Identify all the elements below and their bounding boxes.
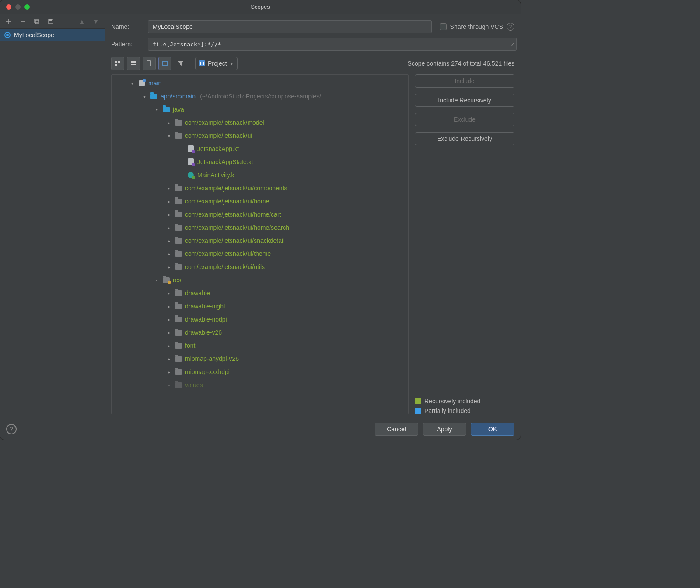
share-vcs-checkbox[interactable] — [440, 23, 447, 30]
tree-row[interactable]: ▸font — [112, 339, 408, 352]
show-as-packages-button[interactable] — [111, 57, 124, 70]
tree-twisty[interactable]: ▾ — [154, 107, 160, 112]
tree-row[interactable]: ▸drawable-night — [112, 300, 408, 313]
tree-twisty[interactable]: ▸ — [166, 225, 172, 230]
tree-twisty[interactable]: ▸ — [166, 317, 172, 322]
folder-icon — [175, 329, 182, 336]
tree-row[interactable]: ▾com/example/jetsnack/ui — [112, 129, 408, 142]
tree-row[interactable]: ▾values — [112, 378, 408, 392]
tree-twisty[interactable]: ▸ — [166, 212, 172, 217]
pattern-input[interactable] — [148, 38, 517, 51]
tree-twisty[interactable]: ▸ — [166, 291, 172, 296]
tree-label: com/example/jetsnack/ui/home — [185, 198, 269, 205]
tree-label: drawable-v26 — [185, 329, 222, 336]
tree-label: font — [185, 342, 195, 349]
kotlin-file-icon — [187, 158, 195, 165]
filter-button[interactable] — [174, 57, 187, 70]
titlebar[interactable]: Scopes — [0, 0, 521, 14]
tree-label: com/example/jetsnack/ui/home/search — [185, 224, 289, 231]
help-icon[interactable]: ? — [507, 23, 514, 31]
scopes-sidebar: ▲ ▼ MyLocalScope — [0, 14, 105, 418]
activity-file-icon — [187, 172, 195, 178]
svg-rect-3 — [49, 19, 52, 21]
tree-row[interactable]: JetsnackAppState.kt — [112, 155, 408, 168]
tree-label: app/src/main — [161, 93, 196, 100]
tree-twisty[interactable]: ▸ — [166, 199, 172, 204]
tree-label: drawable-night — [185, 303, 225, 310]
legend-partial-label: Partially included — [424, 407, 471, 414]
tree-row[interactable]: ▸com/example/jetsnack/ui/home — [112, 195, 408, 208]
tree-twisty[interactable]: ▸ — [166, 330, 172, 335]
tree-row[interactable]: ▾res — [112, 273, 408, 287]
show-files-button[interactable] — [143, 57, 156, 70]
tree-row[interactable]: ▸drawable — [112, 287, 408, 300]
tree-row[interactable]: ▸mipmap-xxxhdpi — [112, 365, 408, 378]
tree-row[interactable]: ▸com/example/jetsnack/model — [112, 116, 408, 129]
tree-twisty[interactable]: ▾ — [166, 133, 172, 138]
exclude-recursively-button[interactable]: Exclude Recursively — [415, 132, 514, 145]
tree-twisty[interactable]: ▸ — [166, 186, 172, 191]
tree-twisty[interactable]: ▾ — [129, 81, 135, 86]
view-selector-combo[interactable]: Project ▼ — [195, 57, 238, 70]
tree-row[interactable]: ▸drawable-v26 — [112, 326, 408, 339]
tree-row[interactable]: ▾java — [112, 103, 408, 116]
tree-twisty[interactable]: ▸ — [166, 304, 172, 309]
tree-row[interactable]: ▸drawable-nodpi — [112, 313, 408, 326]
tree-label: MainActivity.kt — [197, 172, 236, 178]
minimize-window-icon — [15, 4, 21, 10]
legend-recursive-label: Recursively included — [424, 398, 480, 405]
folder-icon — [175, 355, 182, 362]
tree-row[interactable]: ▸com/example/jetsnack/ui/snackdetail — [112, 234, 408, 247]
tree-twisty[interactable]: ▸ — [166, 252, 172, 256]
svg-rect-1 — [35, 20, 39, 24]
tree-row[interactable]: ▸com/example/jetsnack/ui/home/search — [112, 221, 408, 234]
exclude-button[interactable]: Exclude — [415, 113, 514, 126]
include-button[interactable]: Include — [415, 74, 514, 88]
folder-icon — [175, 237, 182, 244]
ok-button[interactable]: OK — [471, 423, 514, 436]
tree-label: com/example/jetsnack/ui/components — [185, 185, 287, 192]
tree-path-suffix: (~/AndroidStudioProjects/compose-samples… — [200, 93, 321, 100]
tree-twisty[interactable]: ▸ — [166, 238, 172, 243]
cancel-button[interactable]: Cancel — [374, 423, 418, 436]
sidebar-scope-item[interactable]: MyLocalScope — [0, 29, 105, 41]
add-scope-button[interactable] — [4, 16, 14, 27]
tree-twisty[interactable]: ▸ — [166, 343, 172, 348]
tree-row[interactable]: ▸mipmap-anydpi-v26 — [112, 352, 408, 365]
close-window-icon[interactable] — [6, 4, 11, 10]
apply-button[interactable]: Apply — [423, 423, 466, 436]
name-input[interactable] — [148, 20, 432, 33]
tree-twisty[interactable]: ▾ — [166, 383, 172, 388]
tree-row[interactable]: ▸com/example/jetsnack/ui/home/cart — [112, 208, 408, 221]
tree-twisty[interactable]: ▸ — [166, 265, 172, 270]
tree-row[interactable]: ▾main — [112, 77, 408, 90]
tree-row[interactable]: MainActivity.kt — [112, 168, 408, 182]
tree-twisty[interactable]: ▸ — [166, 120, 172, 125]
resource-folder-icon — [162, 276, 170, 284]
tree-twisty[interactable]: ▾ — [154, 278, 160, 283]
maximize-window-icon[interactable] — [24, 4, 30, 10]
tree-row[interactable]: ▸com/example/jetsnack/ui/components — [112, 182, 408, 195]
tree-label: values — [185, 382, 203, 388]
file-tree[interactable]: ▾main▾app/src/main (~/AndroidStudioProje… — [111, 74, 409, 414]
tree-row[interactable]: JetsnackApp.kt — [112, 142, 408, 155]
dialog-help-button[interactable]: ? — [6, 424, 17, 434]
tree-twisty[interactable]: ▸ — [166, 357, 172, 361]
move-down-button: ▼ — [91, 16, 101, 27]
tree-twisty[interactable]: ▾ — [141, 94, 147, 99]
tree-twisty[interactable]: ▸ — [166, 370, 172, 374]
tree-row[interactable]: ▸com/example/jetsnack/ui/theme — [112, 247, 408, 260]
save-scope-button[interactable] — [46, 16, 56, 27]
include-recursively-button[interactable]: Include Recursively — [415, 94, 514, 107]
tree-row[interactable]: ▸com/example/jetsnack/ui/utils — [112, 260, 408, 273]
svg-rect-10 — [163, 61, 167, 66]
show-modules-button[interactable] — [158, 57, 172, 70]
module-icon — [138, 80, 146, 87]
copy-scope-button[interactable] — [32, 16, 42, 27]
tree-row[interactable]: ▾app/src/main (~/AndroidStudioProjects/c… — [112, 90, 408, 103]
folder-icon — [175, 132, 182, 139]
show-flat-button[interactable] — [127, 57, 140, 70]
folder-icon — [175, 119, 182, 126]
remove-scope-button[interactable] — [18, 16, 28, 27]
svg-rect-0 — [35, 19, 38, 23]
